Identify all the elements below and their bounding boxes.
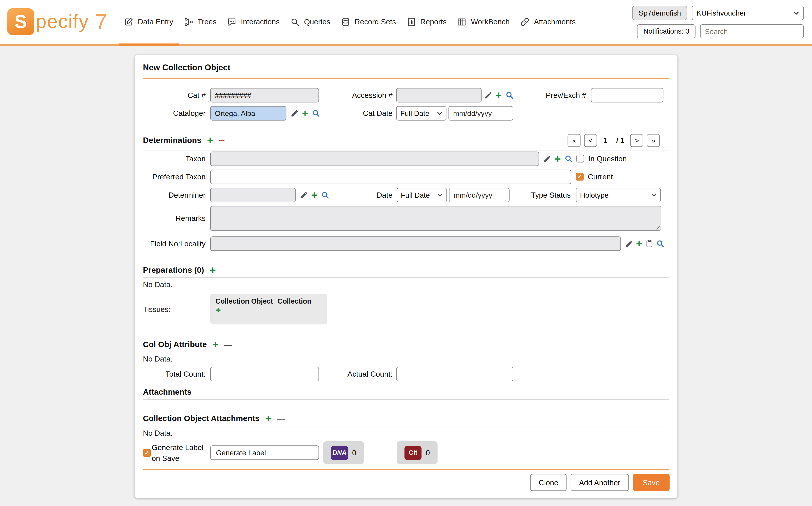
- determiner-edit-pencil-icon[interactable]: [298, 188, 309, 202]
- locality-edit-pencil-icon[interactable]: [624, 236, 634, 251]
- col-obj-attribute-remove-icon[interactable]: —: [224, 341, 232, 348]
- determiner-add-icon[interactable]: +: [309, 188, 320, 202]
- notifications-button[interactable]: Notifications: 0: [637, 24, 695, 38]
- dna-icon: DNA: [331, 446, 348, 459]
- user-menu-button[interactable]: Sp7demofish: [632, 6, 687, 20]
- actual-count-input[interactable]: [396, 367, 513, 381]
- remarks-textarea[interactable]: [210, 206, 661, 231]
- current-checkbox[interactable]: [576, 173, 584, 180]
- save-button[interactable]: Save: [633, 474, 670, 491]
- locality-clipboard-icon[interactable]: [644, 236, 655, 251]
- nav-label: Queries: [304, 18, 330, 26]
- prev-page-button[interactable]: <: [584, 134, 597, 147]
- nav-label: Record Sets: [355, 18, 396, 26]
- cataloger-label: Cataloger: [143, 106, 206, 120]
- cat-number-input[interactable]: [210, 88, 319, 102]
- nav-data-entry[interactable]: Data Entry: [119, 0, 179, 46]
- queries-icon: [290, 17, 300, 27]
- preparations-title: Preparations (0): [143, 265, 204, 274]
- locality-search-icon[interactable]: [655, 236, 666, 251]
- type-status-select[interactable]: Holotype: [576, 188, 661, 202]
- tissues-col-collection: Collection: [277, 298, 311, 305]
- app-logo[interactable]: S pecify 7: [0, 0, 119, 46]
- total-count-input[interactable]: [210, 367, 319, 381]
- form-title: New Collection Object: [143, 63, 230, 72]
- preparations-add-icon[interactable]: +: [210, 265, 216, 275]
- add-another-button[interactable]: Add Another: [571, 474, 629, 491]
- current-label: Current: [588, 170, 613, 184]
- accession-input[interactable]: [396, 88, 482, 102]
- nav-attachments[interactable]: Attachments: [515, 0, 581, 46]
- tissues-label: Tissues:: [143, 305, 171, 314]
- determinations-header: Determinations + −: [143, 134, 225, 147]
- attachments-title: Attachments: [143, 388, 192, 397]
- accession-search-icon[interactable]: [504, 88, 515, 102]
- section-divider: [143, 352, 669, 352]
- preferred-taxon-label: Preferred Taxon: [143, 170, 206, 184]
- taxon-add-icon[interactable]: +: [552, 152, 563, 166]
- co-attachments-remove-icon[interactable]: —: [277, 415, 284, 422]
- taxon-search-icon[interactable]: [563, 152, 574, 166]
- attachments-header: Attachments: [143, 386, 192, 399]
- accession-edit-pencil-icon[interactable]: [483, 88, 493, 102]
- determinations-title: Determinations: [143, 136, 201, 145]
- nav-trees[interactable]: Trees: [179, 0, 222, 46]
- nav-interactions[interactable]: Interactions: [221, 0, 285, 46]
- citations-chip[interactable]: Cit 0: [397, 441, 437, 464]
- generate-label-button[interactable]: Generate Label: [210, 445, 319, 460]
- page-total: / 1: [616, 136, 624, 145]
- actual-count-label: Actual Count:: [331, 367, 393, 381]
- co-attachments-add-icon[interactable]: +: [265, 413, 271, 424]
- last-page-button[interactable]: »: [647, 134, 660, 147]
- taxon-input[interactable]: [210, 152, 539, 166]
- search-input[interactable]: [700, 24, 804, 38]
- col-obj-attribute-add-icon[interactable]: +: [212, 339, 219, 350]
- chevron-down-icon: [793, 11, 799, 15]
- preferred-taxon-input[interactable]: [210, 170, 571, 184]
- cataloger-edit-pencil-icon[interactable]: [289, 106, 299, 120]
- nav-reports[interactable]: Reports: [401, 0, 452, 46]
- determinations-remove-icon[interactable]: −: [219, 135, 225, 145]
- cataloger-search-icon[interactable]: [311, 106, 321, 120]
- nav-record-sets[interactable]: Record Sets: [336, 0, 401, 46]
- determinations-pager: « < 1 / 1 > »: [568, 134, 660, 147]
- cat-date-label: Cat Date: [331, 106, 393, 120]
- section-divider: [143, 277, 669, 278]
- generate-label-checkbox[interactable]: [143, 449, 151, 457]
- determination-date-precision-value: Full Date: [401, 191, 430, 199]
- dna-sequences-chip[interactable]: DNA 0: [323, 441, 364, 464]
- page-number: 1: [603, 136, 607, 145]
- prev-exch-input[interactable]: [591, 88, 663, 102]
- clone-button[interactable]: Clone: [530, 474, 566, 491]
- cat-date-precision-select[interactable]: Full Date: [396, 106, 447, 120]
- field-no-locality-input[interactable]: [210, 236, 621, 251]
- total-count-label: Total Count:: [143, 367, 206, 381]
- locality-add-icon[interactable]: +: [634, 236, 644, 251]
- determiner-search-icon[interactable]: [320, 188, 330, 202]
- determination-date-label: Date: [331, 188, 393, 202]
- collection-select[interactable]: KUFishvoucher: [692, 6, 804, 20]
- first-page-button[interactable]: «: [568, 134, 581, 147]
- determination-date-precision-select[interactable]: Full Date: [397, 188, 447, 202]
- cat-date-input[interactable]: [449, 106, 513, 120]
- main-content: New Collection Object Cat # Accession # …: [0, 55, 812, 506]
- col-obj-attribute-title: Col Obj Attribute: [143, 340, 207, 349]
- remarks-label: Remarks: [143, 211, 206, 225]
- in-question-checkbox[interactable]: [577, 155, 584, 162]
- next-page-button[interactable]: >: [630, 134, 643, 147]
- trees-icon: [184, 17, 194, 27]
- accession-add-icon[interactable]: +: [493, 88, 504, 102]
- data-entry-icon: [124, 17, 134, 27]
- taxon-edit-pencil-icon[interactable]: [542, 152, 552, 166]
- nav-workbench[interactable]: WorkBench: [452, 0, 515, 46]
- section-divider: [143, 399, 669, 400]
- determinations-add-icon[interactable]: +: [207, 135, 213, 145]
- cataloger-input[interactable]: [210, 106, 286, 120]
- tissues-add-icon[interactable]: +: [215, 305, 221, 315]
- logo-icon: S: [7, 8, 34, 35]
- nav-queries[interactable]: Queries: [285, 0, 335, 46]
- app-window: S pecify 7 Data Entry Trees Interactions…: [0, 0, 812, 506]
- determination-date-input[interactable]: [449, 188, 510, 202]
- determiner-input[interactable]: [210, 188, 296, 202]
- cataloger-add-icon[interactable]: +: [300, 106, 310, 120]
